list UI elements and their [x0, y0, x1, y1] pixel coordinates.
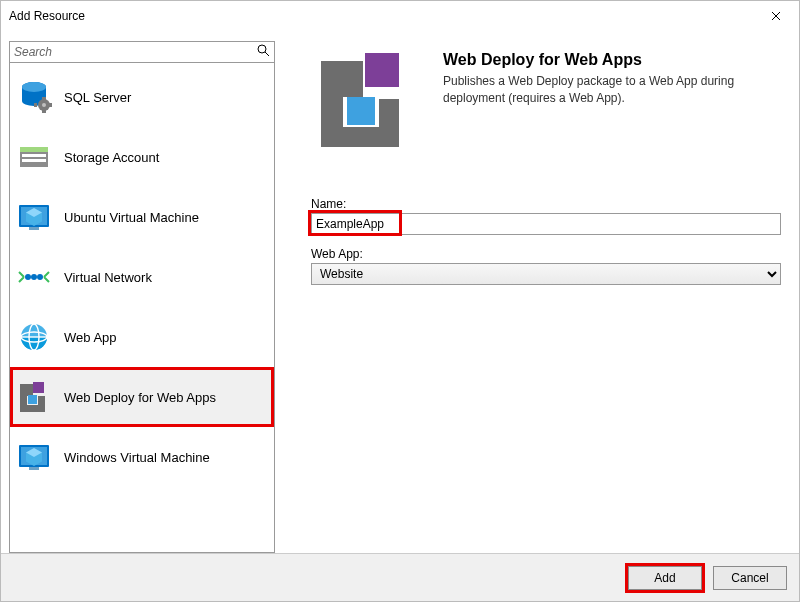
svg-rect-24: [33, 382, 44, 393]
resource-item-label: Web App: [64, 330, 117, 345]
web-deploy-large-icon: [311, 47, 419, 155]
web-deploy-icon: [16, 379, 52, 415]
add-button-highlight: Add: [625, 563, 705, 593]
svg-rect-12: [22, 154, 46, 157]
resource-item-label: SQL Server: [64, 90, 131, 105]
cancel-button[interactable]: Cancel: [713, 566, 787, 590]
svg-rect-25: [20, 384, 33, 396]
svg-point-17: [25, 274, 31, 280]
resource-list-panel: SQL Server Storage Account Ubuntu Virtua…: [1, 31, 283, 553]
resource-item-web-deploy[interactable]: Web Deploy for Web Apps: [10, 367, 274, 427]
svg-rect-32: [29, 467, 39, 470]
resource-item-label: Storage Account: [64, 150, 159, 165]
details-panel: Web Deploy for Web Apps Publishes a Web …: [283, 31, 799, 553]
resource-item-windows-vm[interactable]: Windows Virtual Machine: [10, 427, 274, 487]
svg-rect-28: [38, 396, 45, 405]
svg-rect-38: [347, 97, 375, 125]
resource-item-label: Ubuntu Virtual Machine: [64, 210, 199, 225]
resource-item-ubuntu-vm[interactable]: Ubuntu Virtual Machine: [10, 187, 274, 247]
svg-rect-16: [29, 227, 39, 230]
resource-item-virtual-network[interactable]: Virtual Network: [10, 247, 274, 307]
titlebar: Add Resource: [1, 1, 799, 31]
resource-item-label: Virtual Network: [64, 270, 152, 285]
windows-vm-icon: [16, 439, 52, 475]
svg-rect-29: [28, 395, 37, 404]
resource-item-label: Windows Virtual Machine: [64, 450, 210, 465]
svg-rect-37: [379, 99, 399, 127]
name-field-wrap: [311, 213, 781, 235]
svg-point-3: [22, 82, 46, 92]
sql-server-icon: [16, 79, 52, 115]
resource-item-label: Web Deploy for Web Apps: [64, 390, 216, 405]
resource-item-storage-account[interactable]: Storage Account: [10, 127, 274, 187]
add-button[interactable]: Add: [628, 566, 702, 590]
svg-rect-6: [42, 97, 46, 100]
dialog-footer: Add Cancel: [1, 553, 799, 601]
resource-item-web-app[interactable]: Web App: [10, 307, 274, 367]
name-input[interactable]: [311, 213, 781, 235]
close-icon: [771, 11, 781, 21]
detail-description: Publishes a Web Deploy package to a Web …: [443, 73, 763, 107]
virtual-network-icon: [16, 259, 52, 295]
svg-point-18: [31, 274, 37, 280]
svg-rect-27: [27, 405, 45, 412]
resource-item-sql-server[interactable]: SQL Server: [10, 67, 274, 127]
svg-rect-26: [20, 396, 27, 412]
close-button[interactable]: [753, 1, 799, 31]
svg-rect-13: [22, 159, 46, 162]
webapp-select[interactable]: Website: [311, 263, 781, 285]
name-label: Name:: [311, 197, 781, 211]
dialog-body: SQL Server Storage Account Ubuntu Virtua…: [1, 31, 799, 553]
svg-rect-36: [343, 127, 399, 147]
svg-rect-7: [42, 110, 46, 113]
svg-rect-34: [321, 61, 363, 97]
search-input[interactable]: [10, 42, 274, 62]
add-resource-dialog: Add Resource SQL Server: [0, 0, 800, 602]
storage-account-icon: [16, 139, 52, 175]
resource-list[interactable]: SQL Server Storage Account Ubuntu Virtua…: [9, 63, 275, 553]
detail-header: Web Deploy for Web Apps Publishes a Web …: [311, 47, 781, 155]
svg-point-19: [37, 274, 43, 280]
window-title: Add Resource: [9, 9, 85, 23]
svg-rect-9: [49, 103, 52, 107]
search-field[interactable]: [9, 41, 275, 63]
svg-rect-8: [34, 103, 37, 107]
svg-rect-33: [365, 53, 399, 87]
detail-title: Web Deploy for Web Apps: [443, 51, 763, 69]
ubuntu-vm-icon: [16, 199, 52, 235]
webapp-label: Web App:: [311, 247, 781, 261]
svg-point-5: [42, 103, 46, 107]
svg-rect-35: [321, 97, 343, 147]
web-app-icon: [16, 319, 52, 355]
svg-rect-11: [20, 147, 48, 152]
